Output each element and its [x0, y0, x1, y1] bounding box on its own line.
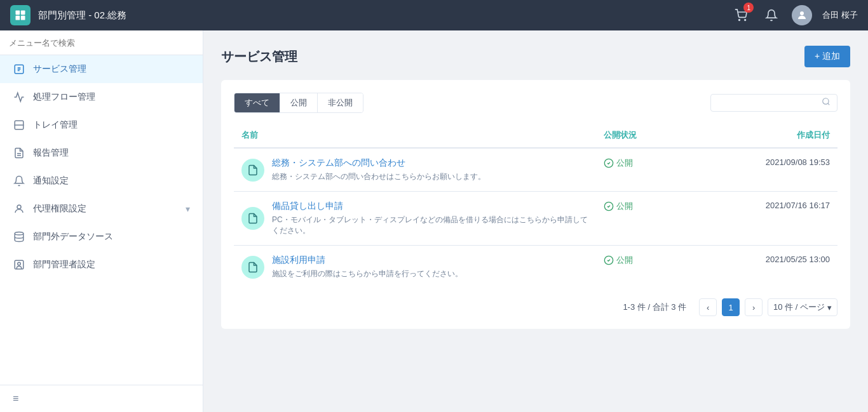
main-content: サービス管理 + 追加 すべて 公開 非公開 — [203, 30, 868, 412]
row-name-cell-0: 総務・システム部への問い合わせ 総務・システム部への問い合わせはこちらからお願い… — [234, 148, 596, 192]
table-row: 施設利用申請 施設をご利用の際はこちらから申請を行ってください。 公開 2021… — [234, 246, 837, 289]
col-name: 名前 — [234, 123, 596, 148]
sidebar-item-admin-label: 部門管理者設定 — [33, 259, 95, 270]
row-title-1[interactable]: 備品貸し出し申請 — [272, 201, 588, 212]
row-desc-1: PC・モバイル・タブレット・ディスプレイなどの備品を借りる場合にはこちらから申請… — [272, 215, 588, 236]
tray-icon — [13, 119, 25, 131]
notification-button[interactable] — [761, 5, 782, 25]
sidebar-item-external[interactable]: 部門外データソース — [0, 223, 203, 251]
delegate-icon — [13, 203, 25, 215]
sidebar-item-service-label: サービス管理 — [33, 63, 86, 75]
row-desc-2: 施設をご利用の際はこちらから申請を行ってください。 — [272, 269, 463, 279]
sidebar-item-delegate-label: 代理権限設定 — [33, 203, 86, 215]
svg-point-6 — [800, 11, 804, 15]
row-title-2[interactable]: 施設利用申請 — [272, 255, 463, 266]
svg-rect-2 — [16, 16, 20, 20]
filter-tab-all[interactable]: すべて — [234, 93, 280, 112]
svg-point-14 — [823, 98, 829, 104]
report-icon — [13, 147, 25, 159]
svg-rect-3 — [21, 16, 25, 20]
admin-icon — [13, 258, 25, 271]
status-badge-1: 公開 — [604, 201, 679, 212]
prev-page-button[interactable]: ‹ — [699, 298, 717, 316]
svg-point-13 — [18, 262, 21, 265]
filter-search-input[interactable] — [717, 98, 818, 108]
sidebar-item-external-label: 部門外データソース — [33, 231, 113, 243]
app-header: 部門別管理 - 02.総務 1 合田 桜子 — [0, 0, 868, 30]
svg-point-10 — [17, 205, 21, 209]
notify-icon — [13, 175, 25, 187]
status-badge-2: 公開 — [604, 255, 679, 266]
username-label: 合田 桜子 — [822, 10, 858, 21]
sidebar-item-delegate[interactable]: 代理権限設定 ▾ — [0, 195, 203, 223]
search-icon — [822, 97, 831, 109]
sidebar-item-report[interactable]: 報告管理 — [0, 139, 203, 167]
svg-rect-0 — [16, 11, 20, 15]
add-button[interactable]: + 追加 — [804, 46, 850, 67]
sidebar-search-input[interactable] — [9, 38, 194, 48]
main-layout: サービス管理 処理フロー管理 トレイ管理 報告管理 — [0, 30, 868, 412]
sidebar-nav: サービス管理 処理フロー管理 トレイ管理 報告管理 — [0, 55, 203, 385]
svg-rect-1 — [21, 11, 25, 15]
row-status-cell-1: 公開 — [596, 192, 687, 246]
filter-search-container — [710, 94, 837, 112]
menu-icon[interactable]: ≡ — [13, 393, 18, 404]
pagination: 1-3 件 / 合計 3 件 ‹ 1 › 10 件 / ページ ▾ — [234, 298, 837, 316]
svg-line-15 — [828, 103, 830, 105]
sidebar-item-tray[interactable]: トレイ管理 — [0, 111, 203, 139]
page-size-selector[interactable]: 10 件 / ページ ▾ — [768, 298, 837, 316]
table-row: 備品貸し出し申請 PC・モバイル・タブレット・ディスプレイなどの備品を借りる場合… — [234, 192, 837, 246]
page-size-chevron-icon: ▾ — [827, 303, 832, 312]
next-page-button[interactable]: › — [745, 298, 763, 316]
sidebar-item-report-label: 報告管理 — [33, 147, 69, 159]
row-name-cell-1: 備品貸し出し申請 PC・モバイル・タブレット・ディスプレイなどの備品を借りる場合… — [234, 192, 596, 246]
cart-button[interactable]: 1 — [731, 5, 751, 25]
sidebar-item-service[interactable]: サービス管理 — [0, 55, 203, 83]
row-date-cell-2: 2021/05/25 13:00 — [687, 246, 838, 289]
row-icon-0 — [241, 159, 264, 182]
filter-tab-private[interactable]: 非公開 — [318, 93, 363, 112]
page-1-button[interactable]: 1 — [722, 298, 740, 316]
status-badge-0: 公開 — [604, 157, 679, 169]
sidebar-item-admin[interactable]: 部門管理者設定 — [0, 251, 203, 279]
pagination-range: 1-3 件 / 合計 3 件 — [623, 302, 686, 313]
row-status-cell-2: 公開 — [596, 246, 687, 289]
svg-point-11 — [15, 232, 24, 236]
external-icon — [13, 230, 25, 243]
page-size-label: 10 件 / ページ — [773, 302, 825, 313]
filter-tab-public[interactable]: 公開 — [280, 93, 318, 112]
row-icon-1 — [241, 207, 264, 230]
flow-icon — [13, 91, 25, 103]
header-actions: 1 合田 桜子 — [731, 5, 858, 25]
chevron-down-icon: ▾ — [186, 204, 190, 214]
row-date-cell-1: 2021/07/16 16:17 — [687, 192, 838, 246]
row-status-cell-0: 公開 — [596, 148, 687, 192]
svg-point-5 — [745, 20, 746, 21]
avatar[interactable] — [792, 5, 812, 25]
table-row: 総務・システム部への問い合わせ 総務・システム部への問い合わせはこちらからお願い… — [234, 148, 837, 192]
sidebar-item-notify[interactable]: 通知設定 — [0, 167, 203, 195]
col-date: 作成日付 — [687, 123, 838, 148]
sidebar-item-tray-label: トレイ管理 — [33, 119, 78, 131]
row-desc-0: 総務・システム部への問い合わせはこちらからお願いします。 — [272, 171, 485, 182]
app-logo — [10, 5, 31, 25]
sidebar-item-flow-label: 処理フロー管理 — [33, 91, 95, 103]
cart-badge: 1 — [743, 3, 754, 13]
row-title-0[interactable]: 総務・システム部への問い合わせ — [272, 157, 485, 169]
content-card: すべて 公開 非公開 名前 公開状況 作成日付 — [221, 80, 850, 329]
page-header: サービス管理 + 追加 — [221, 46, 850, 67]
row-icon-2 — [241, 256, 264, 279]
filter-tabs: すべて 公開 非公開 — [234, 93, 363, 113]
page-title: サービス管理 — [221, 48, 297, 65]
header-title: 部門別管理 - 02.総務 — [38, 10, 731, 22]
filter-bar: すべて 公開 非公開 — [234, 93, 837, 113]
sidebar-item-flow[interactable]: 処理フロー管理 — [0, 83, 203, 111]
sidebar-search-container — [0, 30, 203, 55]
service-table: 名前 公開状況 作成日付 総務・システム部への問い合わせ 総務・システム部への問… — [234, 123, 837, 288]
col-status: 公開状況 — [596, 123, 687, 148]
sidebar-bottom: ≡ — [0, 385, 203, 412]
sidebar: サービス管理 処理フロー管理 トレイ管理 報告管理 — [0, 30, 203, 412]
service-icon — [13, 63, 25, 76]
row-date-cell-0: 2021/09/08 19:53 — [687, 148, 838, 192]
row-name-cell-2: 施設利用申請 施設をご利用の際はこちらから申請を行ってください。 — [234, 246, 596, 289]
